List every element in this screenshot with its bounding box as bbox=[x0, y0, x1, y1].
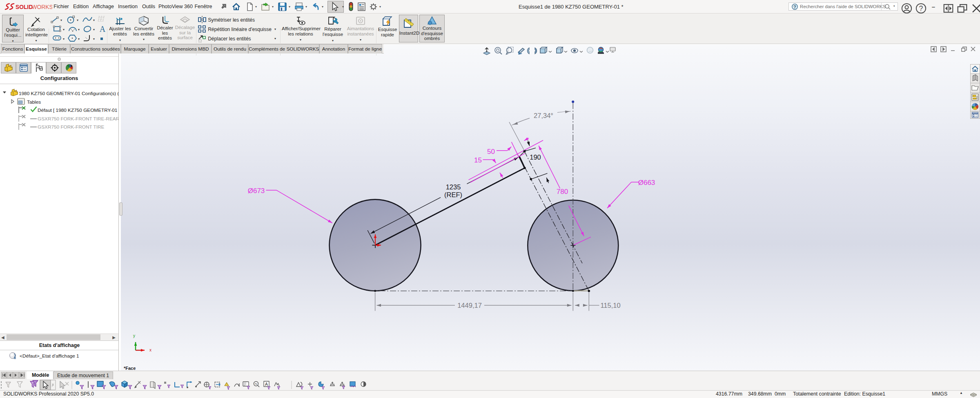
svg-text:1449,17: 1449,17 bbox=[457, 302, 482, 309]
svg-text:y: y bbox=[133, 334, 135, 338]
svg-text:?: ? bbox=[919, 4, 923, 13]
svg-text:190: 190 bbox=[530, 153, 541, 161]
svg-text:27,34°: 27,34° bbox=[534, 112, 553, 119]
svg-text:A: A bbox=[100, 24, 106, 33]
svg-text:*Face: *Face bbox=[124, 366, 136, 371]
svg-text:Ø673: Ø673 bbox=[248, 187, 265, 195]
svg-text:780: 780 bbox=[557, 188, 568, 196]
svg-text:?: ? bbox=[793, 4, 796, 9]
svg-text:115,10: 115,10 bbox=[600, 302, 620, 309]
svg-text:15: 15 bbox=[474, 156, 482, 164]
svg-text:50: 50 bbox=[487, 148, 495, 156]
svg-text:x: x bbox=[149, 348, 151, 352]
svg-text:N: N bbox=[255, 382, 257, 386]
svg-text:(REF): (REF) bbox=[444, 191, 462, 198]
svg-text:Ø663: Ø663 bbox=[638, 179, 655, 187]
svg-text:1235: 1235 bbox=[446, 183, 461, 191]
svg-text:A: A bbox=[265, 382, 268, 387]
